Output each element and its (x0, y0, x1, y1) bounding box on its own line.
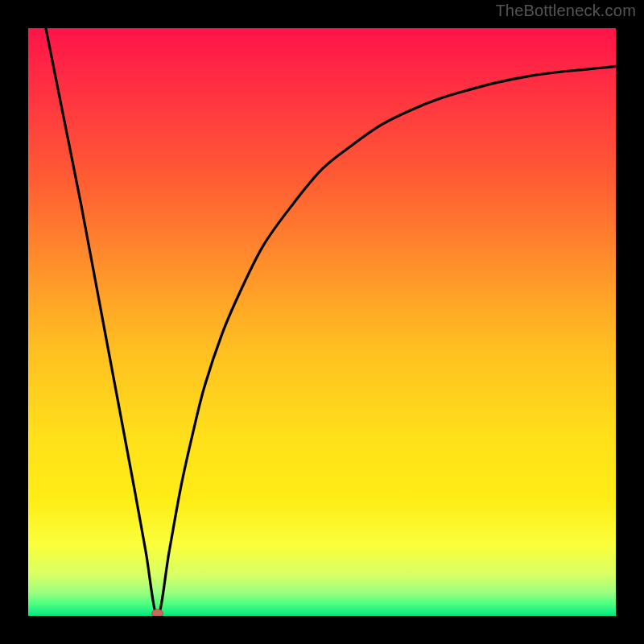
chart-root: TheBottleneck.com (0, 0, 644, 644)
plot-area (28, 28, 616, 616)
min-marker-dot (152, 609, 163, 616)
attribution-text: TheBottleneck.com (495, 2, 636, 20)
curve-svg (28, 28, 616, 616)
bottleneck-curve (46, 28, 616, 616)
